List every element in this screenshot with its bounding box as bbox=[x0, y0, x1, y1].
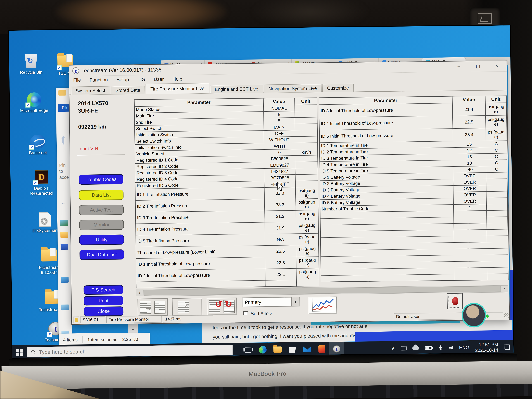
desktop-icon-diablo[interactable]: D Diablo II Resurrected bbox=[25, 170, 58, 196]
param-cell: ID 5 Tire Inflation Pressure bbox=[136, 234, 265, 247]
table-row[interactable]: ID 2 Tire Inflation Pressure33.3psi(gaug… bbox=[135, 198, 318, 212]
tab-tire-pressure-monitor-live[interactable]: Tire Pressure Monitor Live bbox=[146, 83, 209, 94]
table-row[interactable]: ID 4 Initial Threshold of Low-pressure22… bbox=[319, 115, 507, 130]
column-header-unit[interactable]: Unit bbox=[294, 98, 317, 105]
status-user: Default User bbox=[394, 312, 462, 320]
record-list-button[interactable]: ➜ bbox=[172, 298, 202, 316]
taskbar-store[interactable] bbox=[285, 342, 300, 356]
minimize-button[interactable]: − bbox=[457, 63, 461, 70]
airplane-mode-icon[interactable] bbox=[438, 345, 443, 351]
param-cell: ID 3 Initial Threshold of Low-pressure bbox=[319, 103, 452, 117]
start-button[interactable] bbox=[12, 345, 27, 359]
dual-data-list-button[interactable]: Dual Data List bbox=[79, 249, 124, 260]
menu-user[interactable]: User bbox=[154, 76, 164, 82]
unit-cell bbox=[487, 267, 508, 274]
close-button[interactable]: Close bbox=[84, 306, 124, 316]
taskbar-techstream-active[interactable]: t bbox=[329, 342, 344, 356]
mail-icon bbox=[303, 346, 311, 352]
resize-grip[interactable] bbox=[504, 313, 509, 318]
desktop-icon-it3system[interactable]: IT3System.ini bbox=[29, 212, 62, 233]
menu-setup[interactable]: Setup bbox=[116, 77, 129, 82]
data-list-button[interactable]: Data List bbox=[79, 190, 124, 200]
value-cell: -40 bbox=[453, 166, 486, 173]
value-cell: N/A bbox=[265, 234, 296, 245]
desktop-icon-battlenet[interactable]: Battle.net bbox=[21, 134, 55, 155]
split-view-button[interactable]: ➜ bbox=[138, 298, 168, 316]
menu-file[interactable]: File bbox=[73, 77, 81, 83]
table-row[interactable]: ID 3 Tire Inflation Pressure31.2psi(gaug… bbox=[135, 210, 318, 223]
maximize-button[interactable]: □ bbox=[476, 63, 480, 70]
icon-label: Microsoft Edge bbox=[18, 108, 51, 113]
onedrive-cloud-icon[interactable] bbox=[412, 346, 419, 350]
tab-stored-data[interactable]: Stored Data bbox=[111, 86, 145, 95]
tis-search-button[interactable]: TIS Search bbox=[83, 285, 123, 295]
table-row[interactable]: ID 5 Tire Inflation PressureN/Apsi(gauge… bbox=[136, 233, 319, 247]
table-row[interactable]: Threshold of Low-pressure (Lower Limit)2… bbox=[136, 245, 319, 258]
input-vin-link[interactable]: Input VIN bbox=[78, 146, 132, 152]
print-button[interactable]: Print bbox=[84, 296, 123, 305]
table-row[interactable]: ID 4 Tire Inflation Pressure31.9psi(gaug… bbox=[136, 222, 318, 235]
language-indicator[interactable]: ENG bbox=[459, 345, 469, 350]
scroll-right-arrow[interactable]: › bbox=[501, 286, 508, 292]
utility-button[interactable]: Utility bbox=[79, 234, 124, 245]
dropdown-arrow-icon[interactable]: ▼ bbox=[291, 297, 299, 306]
taskbar-file-explorer[interactable] bbox=[270, 342, 285, 357]
graph-view-button[interactable] bbox=[308, 297, 337, 314]
tab-customize[interactable]: Customize bbox=[322, 84, 354, 92]
param-cell bbox=[136, 280, 265, 288]
taskbar-search[interactable] bbox=[27, 345, 233, 357]
action-center-icon[interactable] bbox=[504, 344, 510, 350]
swap-lists-button[interactable]: ↺ ↻ bbox=[207, 298, 237, 315]
unit-cell bbox=[295, 130, 317, 136]
table-row[interactable]: ID 1 Tire Inflation Pressure32.3psi(gaug… bbox=[135, 187, 318, 200]
taskbar-office[interactable] bbox=[314, 342, 329, 356]
menu-tis[interactable]: TIS bbox=[138, 77, 145, 82]
volume-icon[interactable] bbox=[449, 346, 453, 350]
column-header-unit[interactable]: Unit bbox=[485, 96, 507, 103]
battery-icon[interactable] bbox=[425, 346, 432, 350]
monitor-button[interactable]: Monitor bbox=[79, 220, 124, 230]
desktop-icon-edge[interactable]: Microsoft Edge bbox=[18, 92, 51, 113]
tab-navigation-system-live[interactable]: Navigation System Live bbox=[264, 84, 322, 93]
trouble-codes-button[interactable]: Trouble Codes bbox=[79, 174, 123, 185]
unit-cell bbox=[486, 185, 507, 191]
table-row[interactable]: ID 1 Initial Threshold of Low-pressure22… bbox=[136, 256, 319, 270]
column-header-value[interactable]: Value bbox=[452, 96, 485, 103]
taskbar-mail[interactable] bbox=[300, 342, 315, 356]
status-response-time: 1437 ms bbox=[163, 315, 213, 323]
vehicle-odometer: 092219 km bbox=[78, 123, 132, 130]
tab-system-select[interactable]: System Select bbox=[71, 86, 110, 95]
menu-function[interactable]: Function bbox=[90, 77, 108, 82]
taskbar-clock[interactable]: 12:51 PM 2021-10-14 bbox=[475, 342, 498, 353]
value-cell: 33.3 bbox=[264, 199, 296, 211]
system-tray[interactable]: ∧ ENG 12:51 PM 2021-10-14 bbox=[391, 342, 514, 354]
taskbar-edge[interactable] bbox=[255, 342, 270, 357]
value-cell: 26.5 bbox=[265, 245, 296, 257]
techstream-icon: t bbox=[333, 345, 341, 353]
display-cast-icon[interactable] bbox=[401, 346, 406, 350]
unit-cell bbox=[487, 235, 508, 242]
param-cell: ID 5 Initial Threshold of Low-pressure bbox=[319, 128, 453, 143]
unit-cell bbox=[487, 273, 508, 280]
search-input[interactable] bbox=[39, 347, 210, 355]
unit-cell: C bbox=[486, 159, 507, 166]
table-row[interactable]: ID 5 Initial Threshold of Low-pressure25… bbox=[319, 128, 507, 142]
menu-help[interactable]: Help bbox=[172, 76, 182, 82]
table-row[interactable]: ID 2 Initial Threshold of Low-pressure22… bbox=[136, 268, 319, 282]
task-view-button[interactable] bbox=[241, 343, 255, 357]
tab-engine-and-ect-live[interactable]: Engine and ECT Live bbox=[210, 85, 263, 93]
desktop-icon-recycle-bin[interactable]: Recycle Bin bbox=[14, 54, 48, 75]
scroll-left-arrow[interactable]: ‹ bbox=[136, 290, 143, 296]
icon-label: IT3System.ini bbox=[29, 228, 62, 233]
close-button[interactable]: × bbox=[495, 63, 499, 70]
column-header-value[interactable]: Value bbox=[263, 98, 295, 105]
record-button[interactable] bbox=[447, 293, 463, 309]
explorer-expand-chevron[interactable]: ⌄ bbox=[128, 324, 138, 333]
browser-menu-icon[interactable]: ••• bbox=[511, 100, 514, 106]
back-arrow-icon[interactable]: ← bbox=[61, 199, 66, 206]
table-row[interactable]: ID 3 Initial Threshold of Low-pressure21… bbox=[319, 102, 507, 117]
tray-chevron-up-icon[interactable]: ∧ bbox=[391, 345, 395, 351]
unit-cell: C bbox=[486, 140, 507, 147]
list-select-dropdown[interactable]: Primary ▼ bbox=[242, 297, 300, 307]
active-test-button[interactable]: Active Test bbox=[79, 205, 124, 215]
